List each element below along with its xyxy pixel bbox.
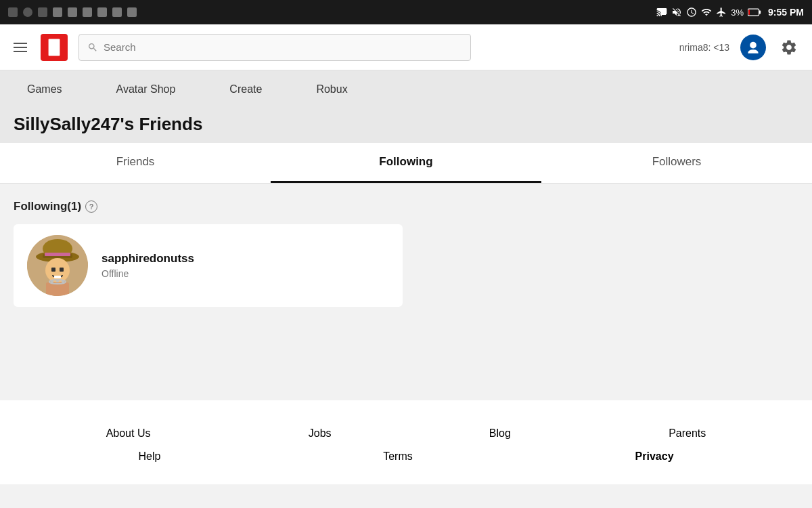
user-info: sapphiredonutss Offline	[102, 252, 194, 279]
footer-parents[interactable]: Parents	[669, 427, 706, 440]
app-icon-8	[112, 7, 122, 17]
app-icon-3	[38, 7, 47, 17]
user-status: Offline	[102, 268, 194, 279]
svg-point-10	[45, 258, 70, 282]
avatar	[27, 235, 88, 296]
svg-rect-12	[60, 268, 64, 272]
svg-rect-1	[759, 11, 761, 14]
app-icon-2	[23, 7, 32, 17]
page-title: SillySally247's Friends	[14, 114, 798, 135]
nav-avatar-shop[interactable]: Avatar Shop	[116, 83, 176, 96]
clock-icon	[686, 7, 697, 18]
content-area: Following(1) ?	[0, 184, 812, 400]
nav-username: nrima8: <13	[679, 42, 729, 53]
svg-rect-13	[54, 276, 61, 278]
tab-friends[interactable]: Friends	[0, 143, 271, 183]
app-icon-9	[127, 7, 137, 17]
search-icon	[87, 42, 98, 53]
search-bar[interactable]	[78, 34, 471, 61]
svg-rect-2	[748, 9, 750, 15]
svg-rect-3	[49, 39, 60, 56]
app-icon-7	[97, 7, 107, 17]
airplane-icon	[716, 7, 727, 18]
nav-right: nrima8: <13	[679, 35, 801, 60]
status-app-icons	[8, 7, 137, 17]
section-heading: Following(1) ?	[14, 200, 798, 213]
hamburger-menu[interactable]	[11, 40, 30, 55]
tab-followers[interactable]: Followers	[541, 143, 812, 183]
svg-point-17	[56, 280, 59, 282]
page-title-bar: SillySally247's Friends	[0, 108, 812, 143]
nav-robux[interactable]: Robux	[316, 83, 347, 96]
tabs-bar: Friends Following Followers	[0, 143, 812, 184]
wifi-icon	[701, 7, 712, 18]
nav-create[interactable]: Create	[229, 83, 262, 96]
footer-privacy[interactable]: Privacy	[635, 450, 674, 463]
cast-icon	[656, 7, 667, 18]
footer-row-2: Help Terms Privacy	[27, 445, 785, 468]
help-icon[interactable]: ?	[85, 200, 97, 213]
svg-point-18	[62, 280, 64, 283]
footer-help[interactable]: Help	[138, 450, 160, 463]
status-bar: 3% 9:55 PM	[0, 0, 812, 24]
roblox-logo[interactable]	[41, 34, 68, 61]
battery-icon	[748, 8, 761, 16]
footer-row-1: About Us Jobs Blog Parents	[27, 422, 785, 445]
footer-blog[interactable]: Blog	[489, 427, 511, 440]
svg-rect-11	[51, 268, 55, 272]
tab-following[interactable]: Following	[271, 143, 541, 183]
top-nav: nrima8: <13	[0, 24, 812, 70]
mute-icon	[671, 7, 682, 18]
section-heading-text: Following(1)	[14, 200, 81, 213]
settings-icon[interactable]	[777, 35, 801, 60]
app-icon-1	[8, 7, 18, 17]
app-icon-6	[83, 7, 92, 17]
svg-rect-9	[45, 253, 70, 256]
footer-terms[interactable]: Terms	[383, 450, 413, 463]
username: sapphiredonutss	[102, 252, 194, 266]
app-icon-5	[68, 7, 77, 17]
footer-about[interactable]: About Us	[106, 427, 151, 440]
secondary-nav: Games Avatar Shop Create Robux	[0, 70, 812, 108]
roblox-avatar-icon[interactable]	[740, 35, 766, 60]
footer: About Us Jobs Blog Parents Help Terms Pr…	[0, 400, 812, 484]
footer-jobs[interactable]: Jobs	[309, 427, 332, 440]
status-time: 9:55 PM	[768, 7, 804, 18]
svg-point-16	[51, 280, 53, 283]
battery-level: 3%	[731, 7, 744, 18]
status-right-icons: 3% 9:55 PM	[656, 7, 804, 18]
search-input[interactable]	[104, 41, 462, 53]
app-icon-4	[53, 7, 62, 17]
nav-games[interactable]: Games	[27, 83, 62, 96]
user-card[interactable]: sapphiredonutss Offline	[14, 224, 403, 307]
svg-point-4	[750, 41, 757, 48]
